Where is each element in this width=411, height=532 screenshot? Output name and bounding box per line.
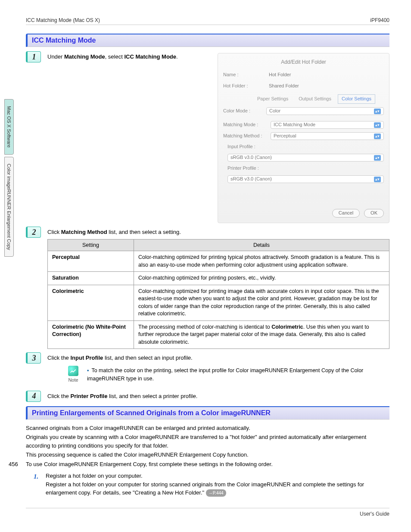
printer-profile-select[interactable]: sRGB v3.0 (Canon)▴▾ <box>227 175 384 183</box>
color-mode-select[interactable]: Color▴▾ <box>266 107 384 115</box>
step-3: 3 Click the Input Profile list, and then… <box>26 352 389 387</box>
note-icon <box>68 366 78 376</box>
step-2: 2 Click Matching Method list, and then s… <box>26 227 389 349</box>
matching-method-label: Matching Method : <box>223 133 266 140</box>
settings-tabs: Paper Settings Output Settings Color Set… <box>253 94 384 104</box>
body-paragraph: Originals you create by scanning with a … <box>26 433 389 450</box>
step-4-text: Click the Printer Profile list, and then… <box>47 391 389 401</box>
page-header: ICC Matching Mode (Mac OS X) iPF9400 <box>26 17 389 25</box>
hotfolder-label: Hot Folder : <box>223 83 262 90</box>
ok-button[interactable]: OK <box>364 209 384 218</box>
chevron-updown-icon: ▴▾ <box>374 155 381 161</box>
header-left: ICC Matching Mode (Mac OS X) <box>26 17 100 23</box>
table-row: Colorimetric (No White-Point Correction)… <box>48 320 389 349</box>
chevron-updown-icon: ▴▾ <box>374 109 381 114</box>
matching-method-table: Setting Details Perceptual Color-matchin… <box>47 239 389 349</box>
hotfolder-field[interactable]: Shared Folder <box>266 82 384 90</box>
table-header-setting: Setting <box>48 239 134 251</box>
name-label: Name : <box>223 72 262 78</box>
section-title-text: ICC Matching Mode <box>32 37 96 44</box>
step-1: 1 Under Matching Mode, select ICC Matchi… <box>26 51 389 223</box>
color-mode-label: Color Mode : <box>223 108 262 115</box>
matching-method-select[interactable]: Perceptual▴▾ <box>271 132 384 140</box>
table-row: Colorimetric Color-matching optimized fo… <box>48 285 389 320</box>
body-paragraph: To use Color imageRUNNER Enlargement Cop… <box>26 460 389 469</box>
step-1-text: Under Matching Mode, select ICC Matching… <box>47 53 211 223</box>
body-paragraph: Scanned originals from a Color imageRUNN… <box>26 424 389 432</box>
section-title-text: Printing Enlargements of Scanned Origina… <box>32 409 271 417</box>
table-row: Perceptual Color-matching optimized for … <box>48 251 389 272</box>
body-paragraph: This processing sequence is called the C… <box>26 451 389 459</box>
page-ref-link[interactable]: →P.444 <box>206 489 226 497</box>
footer: User's Guide <box>26 508 389 517</box>
input-profile-select[interactable]: sRGB v3.0 (Canon)▴▾ <box>227 154 384 162</box>
ordered-step-detail: Register a hot folder on your computer f… <box>46 480 389 497</box>
table-row: Saturation Color-matching optimized for … <box>48 272 389 285</box>
matching-mode-select[interactable]: ICC Matching Mode▴▾ <box>271 121 384 129</box>
ordered-step-number: 1. <box>34 472 43 497</box>
chevron-updown-icon: ▴▾ <box>374 134 381 139</box>
section-title-printing: Printing Enlargements of Scanned Origina… <box>26 406 389 420</box>
ordered-step-title: Register a hot folder on your computer. <box>46 472 389 480</box>
printer-profile-label: Printer Profile : <box>227 165 384 172</box>
ordered-step-1: 1. Register a hot folder on your compute… <box>34 472 389 497</box>
note-label: Note <box>68 377 78 384</box>
note-text: •To match the color on the printing, sel… <box>87 366 389 383</box>
step-2-number: 2 <box>26 227 41 238</box>
step-2-text: Click Matching Method list, and then sel… <box>47 228 389 236</box>
dialog-title: Add/Edit Hot Folder <box>223 59 384 66</box>
section-title-icc: ICC Matching Mode <box>26 34 389 47</box>
cancel-button[interactable]: Cancel <box>332 209 360 218</box>
chevron-updown-icon: ▴▾ <box>374 122 381 128</box>
chevron-updown-icon: ▴▾ <box>374 177 381 182</box>
step-4: 4 Click the Printer Profile list, and th… <box>26 391 389 402</box>
table-header-details: Details <box>134 239 389 251</box>
tab-output[interactable]: Output Settings <box>295 94 335 104</box>
header-right: iPF9400 <box>370 17 389 23</box>
input-profile-label: Input Profile : <box>227 143 384 150</box>
tab-paper[interactable]: Paper Settings <box>253 94 292 104</box>
matching-mode-label: Matching Mode : <box>223 121 266 128</box>
step-4-number: 4 <box>26 391 41 402</box>
step-3-number: 3 <box>26 352 41 364</box>
step-1-number: 1 <box>26 51 41 62</box>
step-3-text: Click the Input Profile list, and then s… <box>47 354 389 362</box>
hot-folder-dialog: Add/Edit Hot Folder Name : Hot Folder Ho… <box>218 53 389 223</box>
name-field[interactable]: Hot Folder <box>266 71 384 79</box>
note-block: Note •To match the color on the printing… <box>65 366 389 384</box>
tab-color[interactable]: Color Settings <box>338 94 375 104</box>
